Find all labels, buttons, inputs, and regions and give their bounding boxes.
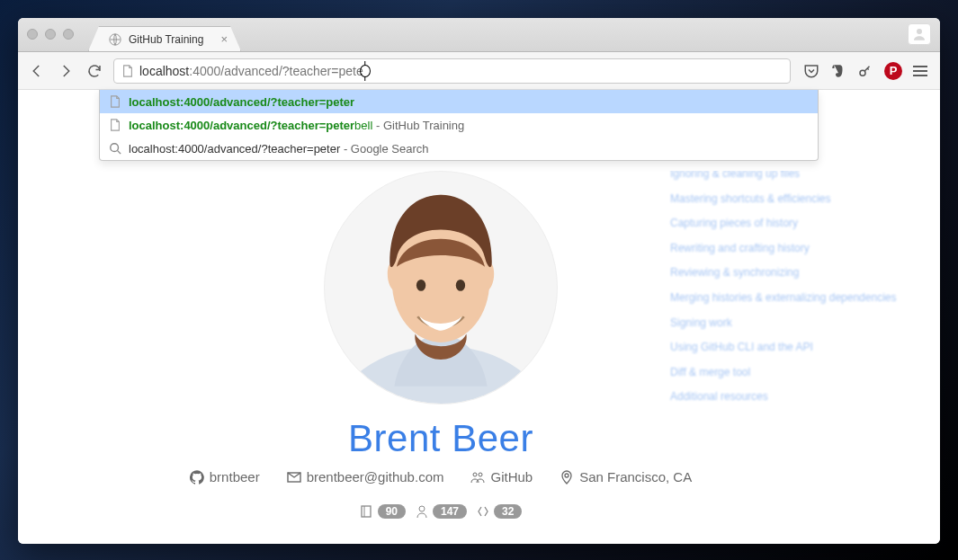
page-viewport: localhost:4000/advanced/?teacher=peter l… [18, 90, 940, 544]
stats-row: 90 147 32 [126, 504, 756, 519]
svg-point-8 [456, 280, 465, 291]
organization: GitHub [470, 469, 533, 484]
repo-icon [360, 504, 374, 519]
gists-count: 32 [494, 504, 522, 519]
omnibox-suggestions: localhost:4000/advanced/?teacher=peter l… [99, 90, 819, 161]
email-text: brentbeer@github.com [307, 469, 444, 484]
suggestion-row[interactable]: localhost:4000/advanced/?teacher=peter -… [100, 137, 818, 160]
pocket-icon[interactable] [803, 63, 819, 79]
browser-tab[interactable]: GitHub Training × [88, 26, 241, 51]
course-sidebar: Ignoring & cleaning up files Mastering s… [670, 171, 904, 410]
sidebar-item[interactable]: Ignoring & cleaning up files [670, 171, 904, 187]
sidebar-item[interactable]: Capturing pieces of history [670, 211, 904, 236]
username-text: brntbeer [210, 469, 260, 484]
page-icon [109, 95, 121, 108]
sidebar-item[interactable]: Merging histories & externalizing depend… [670, 286, 904, 311]
svg-point-1 [860, 70, 865, 76]
suggestion-row[interactable]: localhost:4000/advanced/?teacher=peterbe… [100, 113, 818, 137]
suggestion-text: localhost:4000/advanced/?teacher=peterbe… [129, 119, 464, 132]
gists-stat: 32 [476, 504, 522, 519]
reload-button[interactable] [85, 61, 104, 81]
sidebar-item[interactable]: Rewriting and crafting history [670, 236, 904, 262]
profile-meta: brntbeer brentbeer@github.com GitHub San… [126, 469, 756, 484]
text-cursor-icon [360, 65, 371, 77]
page-icon [109, 119, 121, 131]
key-icon[interactable] [857, 63, 873, 79]
svg-point-7 [416, 280, 425, 291]
close-window-button[interactable] [27, 29, 38, 40]
gist-icon [476, 504, 490, 519]
avatar [324, 171, 558, 404]
suggestion-row[interactable]: localhost:4000/advanced/?teacher=peter [100, 90, 818, 113]
email: brentbeer@github.com [287, 469, 444, 484]
sidebar-item[interactable]: Mastering shortcuts & efficiencies [670, 187, 904, 212]
followers-stat: 147 [415, 504, 467, 519]
sidebar-item[interactable]: Reviewing & synchronizing [670, 261, 904, 286]
svg-point-10 [473, 473, 477, 476]
tab-close-icon[interactable]: × [220, 32, 228, 46]
favicon-icon [109, 33, 121, 46]
person-icon [415, 504, 429, 519]
sidebar-item[interactable]: Diff & merge tool [670, 360, 904, 386]
profile-area: Brent Beer brntbeer brentbeer@github.com… [126, 171, 756, 519]
page-content: Ignoring & cleaning up files Mastering s… [18, 171, 940, 544]
org-icon [470, 470, 485, 484]
location-text: San Francisco, CA [579, 469, 692, 484]
svg-point-13 [419, 506, 425, 511]
suggestion-text: localhost:4000/advanced/?teacher=peter -… [129, 142, 429, 156]
back-button[interactable] [27, 61, 47, 81]
tab-bar: GitHub Training × [18, 18, 940, 52]
username: brntbeer [190, 469, 260, 484]
pinterest-icon[interactable]: P [884, 62, 902, 80]
sidebar-item[interactable]: Signing work [670, 311, 904, 336]
sidebar-item[interactable]: Additional resources [670, 385, 904, 410]
page-icon [121, 65, 134, 77]
svg-point-2 [111, 144, 119, 152]
forward-button[interactable] [56, 61, 76, 81]
traffic-lights [27, 29, 74, 40]
toolbar: localhost:4000/advanced/?teacher=pete P [18, 52, 940, 90]
sidebar-item[interactable]: Using GitHub CLI and the API [670, 335, 904, 360]
location-icon [560, 470, 574, 484]
search-icon [109, 142, 121, 155]
evernote-icon[interactable] [830, 63, 846, 79]
svg-point-11 [479, 473, 482, 476]
minimize-window-button[interactable] [45, 29, 56, 40]
profile-name: Brent Beer [126, 417, 756, 460]
address-bar[interactable]: localhost:4000/advanced/?teacher=pete [113, 58, 791, 84]
mail-icon [287, 470, 301, 484]
browser-profile-button[interactable] [908, 23, 931, 45]
repos-count: 90 [378, 504, 406, 519]
menu-icon[interactable] [913, 66, 927, 76]
svg-rect-12 [362, 506, 371, 517]
url-text: localhost:4000/advanced/?teacher=pete [139, 64, 371, 78]
extension-icons: P [800, 62, 931, 80]
repos-stat: 90 [360, 504, 406, 519]
tab-title: GitHub Training [129, 33, 203, 46]
browser-window: GitHub Training × localhost:4000/advance… [18, 18, 940, 544]
location: San Francisco, CA [560, 469, 692, 484]
suggestion-text: localhost:4000/advanced/?teacher=peter [129, 95, 354, 109]
zoom-window-button[interactable] [63, 29, 74, 40]
org-text: GitHub [490, 469, 533, 484]
github-icon [190, 470, 204, 484]
followers-count: 147 [433, 504, 467, 519]
